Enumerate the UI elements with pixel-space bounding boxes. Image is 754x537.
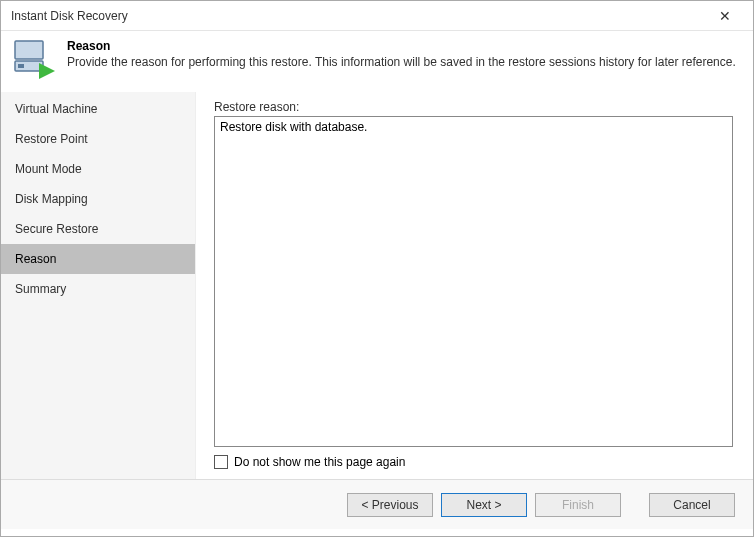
sidebar-item-virtual-machine[interactable]: Virtual Machine <box>1 94 195 124</box>
wizard-footer: < Previous Next > Finish Cancel <box>1 479 753 529</box>
cancel-button[interactable]: Cancel <box>649 493 735 517</box>
svg-rect-2 <box>18 64 24 68</box>
wizard-header: Reason Provide the reason for performing… <box>1 31 753 91</box>
disk-recovery-icon <box>13 39 55 81</box>
wizard-sidebar: Virtual Machine Restore Point Mount Mode… <box>1 92 196 479</box>
main-panel: Restore reason: Do not show me this page… <box>196 92 753 479</box>
svg-rect-0 <box>15 41 43 59</box>
sidebar-item-reason[interactable]: Reason <box>1 244 195 274</box>
titlebar: Instant Disk Recovery ✕ <box>1 1 753 31</box>
sidebar-item-label: Secure Restore <box>15 222 98 236</box>
sidebar-item-secure-restore[interactable]: Secure Restore <box>1 214 195 244</box>
previous-button[interactable]: < Previous <box>347 493 433 517</box>
content-area: Virtual Machine Restore Point Mount Mode… <box>1 91 753 479</box>
sidebar-item-disk-mapping[interactable]: Disk Mapping <box>1 184 195 214</box>
do-not-show-label: Do not show me this page again <box>234 455 405 469</box>
close-icon: ✕ <box>719 8 731 24</box>
reason-label: Restore reason: <box>214 100 733 114</box>
sidebar-item-label: Restore Point <box>15 132 88 146</box>
do-not-show-checkbox[interactable] <box>214 455 228 469</box>
header-text: Reason Provide the reason for performing… <box>67 39 741 69</box>
sidebar-item-summary[interactable]: Summary <box>1 274 195 304</box>
sidebar-item-mount-mode[interactable]: Mount Mode <box>1 154 195 184</box>
svg-marker-3 <box>39 63 55 79</box>
sidebar-item-label: Reason <box>15 252 56 266</box>
page-description: Provide the reason for performing this r… <box>67 55 741 69</box>
sidebar-item-restore-point[interactable]: Restore Point <box>1 124 195 154</box>
window-title: Instant Disk Recovery <box>11 9 128 23</box>
finish-button: Finish <box>535 493 621 517</box>
do-not-show-row[interactable]: Do not show me this page again <box>214 455 733 469</box>
reason-textarea[interactable] <box>214 116 733 447</box>
sidebar-item-label: Summary <box>15 282 66 296</box>
sidebar-item-label: Virtual Machine <box>15 102 98 116</box>
page-title: Reason <box>67 39 741 53</box>
close-button[interactable]: ✕ <box>705 2 745 30</box>
sidebar-item-label: Mount Mode <box>15 162 82 176</box>
sidebar-item-label: Disk Mapping <box>15 192 88 206</box>
next-button[interactable]: Next > <box>441 493 527 517</box>
